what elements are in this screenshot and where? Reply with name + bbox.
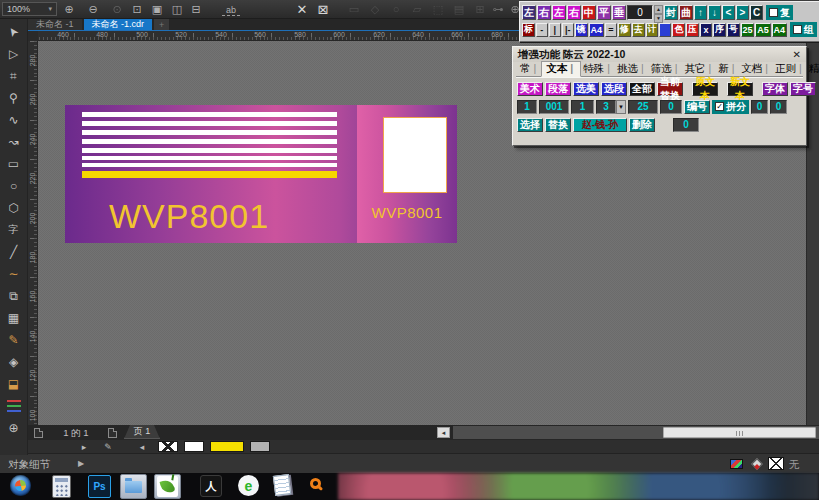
white-stripe[interactable]	[82, 163, 337, 167]
horizontal-scrollbar-thumb[interactable]	[663, 427, 816, 438]
page-tab[interactable]: 页 1	[124, 425, 160, 439]
ruler-origin-corner[interactable]	[28, 31, 38, 41]
white-rectangle[interactable]	[383, 117, 447, 193]
sequence-button[interactable]: 序	[713, 23, 726, 37]
checkbox-box[interactable]	[793, 25, 802, 34]
mirror-button[interactable]: 镜	[575, 23, 588, 37]
a4-blue-button[interactable]: A4	[589, 23, 604, 37]
count-button[interactable]: 计	[646, 23, 659, 37]
dialog-titlebar[interactable]: 增强功能 陈云 2022-10 ✕	[513, 47, 806, 62]
digits-combo[interactable]: ▼	[596, 100, 626, 114]
contour-tool[interactable]: ⧉	[3, 287, 25, 304]
text-options-icon[interactable]: ab	[222, 4, 240, 16]
white-stripe[interactable]	[82, 112, 337, 117]
polygon-tool[interactable]: ⬡	[3, 199, 25, 216]
line-tool[interactable]: ╱	[3, 243, 25, 260]
zoom-height-icon[interactable]: ⊟	[187, 2, 205, 16]
palette-scroll-left-icon[interactable]: ◂	[136, 440, 148, 453]
dialog-tab-special[interactable]: 特殊	[581, 62, 615, 76]
disabled-tool-f-icon[interactable]: ▤	[450, 2, 468, 16]
white-stripe[interactable]	[82, 139, 337, 144]
align-center-button[interactable]: 中	[582, 5, 596, 20]
blue-swatch-button[interactable]	[659, 23, 671, 37]
equal-button[interactable]: =	[605, 23, 617, 37]
start-button[interactable]	[10, 475, 31, 496]
extra-field-1[interactable]	[751, 100, 768, 114]
white-stripe[interactable]	[82, 121, 337, 126]
snap-icon[interactable]: ⊶	[489, 2, 507, 16]
x-button[interactable]: x	[700, 23, 712, 37]
browser-icon[interactable]: e	[238, 475, 259, 496]
status-expand-icon[interactable]: ▶	[78, 459, 84, 468]
swatch-gray[interactable]	[250, 441, 270, 452]
disabled-tool-c-icon[interactable]: ○	[387, 2, 405, 16]
move-left-button[interactable]: <	[722, 5, 735, 20]
zoom-in-icon[interactable]: ⊕	[60, 2, 78, 16]
select-artistic-button[interactable]: 选美	[573, 82, 599, 96]
bezier-tool[interactable]: ∼	[3, 265, 25, 282]
align-right-button[interactable]: 右	[567, 5, 581, 20]
yellow-stripe[interactable]	[82, 171, 337, 178]
label-code-text-small[interactable]: WVP8001	[357, 204, 457, 221]
interactive-fill-tool[interactable]: ≣	[3, 397, 25, 414]
add-plugin-tool[interactable]: ⊕	[3, 419, 25, 436]
checkbox-box[interactable]	[769, 8, 778, 17]
ellipse-tool[interactable]: ○	[3, 177, 25, 194]
mark-button[interactable]: 标	[522, 23, 535, 37]
transparency-tool[interactable]: ▦	[3, 309, 25, 326]
delete-icon[interactable]: ✕	[293, 2, 311, 16]
align-vertical-button[interactable]: 垂	[612, 5, 626, 20]
label-right-panel[interactable]: WVP8001	[357, 105, 457, 243]
outline-pen-tool[interactable]: ◈	[3, 353, 25, 370]
bar-dash-button[interactable]: |-	[562, 23, 574, 37]
disabled-tool-e-icon[interactable]: ⬚	[429, 2, 447, 16]
new-document-tab[interactable]: +	[154, 19, 169, 30]
surname-sequence-button[interactable]: 赵-钱-孙	[573, 118, 627, 132]
zoom-page-icon[interactable]: ▣	[148, 2, 166, 16]
font-size-button[interactable]: 字号	[790, 82, 816, 96]
eyedropper-tool[interactable]: ✎	[3, 331, 25, 348]
extra-field-2[interactable]	[770, 100, 787, 114]
swatch-no-color[interactable]	[158, 441, 178, 452]
align-left-button[interactable]: 左	[552, 5, 566, 20]
delete-button[interactable]: 删除	[629, 118, 655, 132]
scroll-left-button[interactable]: ◂	[437, 427, 450, 438]
photoshop-icon[interactable]: Ps	[88, 475, 111, 498]
swatch-white[interactable]	[184, 441, 204, 452]
number-button-row2[interactable]: 号	[727, 23, 740, 37]
dialog-tab-regex[interactable]: 正则	[773, 62, 807, 76]
fill-tool[interactable]: ⬓	[3, 375, 25, 392]
crop-tool[interactable]: ⌗	[3, 67, 25, 84]
doc-tab-untitled-1[interactable]: 未命名 -1	[28, 19, 82, 30]
disabled-tool-b-icon[interactable]: ◇	[366, 2, 384, 16]
size-field[interactable]	[628, 100, 658, 114]
palette-pen-icon[interactable]: ✎	[102, 440, 114, 453]
dialog-tab-binding[interactable]: 精装	[807, 62, 819, 76]
doc-tab-untitled-1-cdr[interactable]: 未命名 -1.cdr	[84, 19, 153, 30]
calculator-icon[interactable]	[52, 475, 71, 498]
replace-current-button[interactable]: 当前替换	[657, 82, 683, 96]
digits-combo-value[interactable]	[596, 100, 616, 114]
zoom-tool[interactable]: ⚲	[3, 89, 25, 106]
repair-button[interactable]: 修	[618, 23, 631, 37]
dialog-tab-pick[interactable]: 挑选	[615, 62, 649, 76]
rectangle-tool[interactable]: ▭	[3, 155, 25, 172]
a5-button[interactable]: A5	[755, 23, 770, 37]
label-design-object[interactable]: WVP8001 WVP8001	[65, 105, 457, 243]
vertical-ruler[interactable]: 280260240220200180160140120100	[28, 41, 38, 425]
paragraph-text-button[interactable]: 段落	[545, 82, 571, 96]
white-stripe[interactable]	[82, 130, 337, 135]
label-left-panel[interactable]: WVP8001	[65, 105, 357, 243]
align-horizontal-button[interactable]: 平	[597, 5, 611, 20]
start-number-field[interactable]	[539, 100, 569, 114]
disabled-tool-a-icon[interactable]: ▭	[345, 2, 363, 16]
label-code-text[interactable]: WVP8001	[109, 197, 269, 236]
file-explorer-icon[interactable]	[120, 474, 147, 499]
count-field[interactable]	[517, 100, 537, 114]
palette-expand-icon[interactable]: ▸	[78, 440, 90, 453]
select-all-button[interactable]: 全部	[629, 82, 655, 96]
shape-tool[interactable]: ▷	[3, 45, 25, 62]
text-tool[interactable]: 字	[3, 221, 25, 238]
white-stripe[interactable]	[82, 148, 337, 153]
fill-indicator-icon[interactable]	[730, 459, 743, 469]
